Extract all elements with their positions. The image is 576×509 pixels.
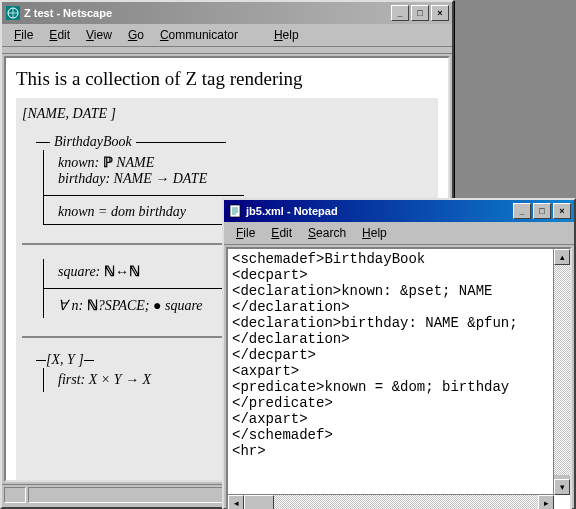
- netscape-menubar: File Edit View Go Communicator Help: [2, 24, 452, 47]
- netscape-title: Z test - Netscape: [24, 7, 391, 19]
- menu-edit[interactable]: Edit: [41, 26, 78, 44]
- maximize-button[interactable]: □: [411, 5, 429, 21]
- schema-decl: known: ℙ NAME: [58, 154, 432, 171]
- schema-name: BirthdayBook: [36, 134, 432, 150]
- minimize-button[interactable]: _: [391, 5, 409, 21]
- menu-edit[interactable]: Edit: [263, 224, 300, 242]
- notepad-text[interactable]: <schemadef>BirthdayBook <decpart> <decla…: [228, 249, 570, 495]
- notepad-titlebar[interactable]: jb5.xml - Notepad _ □ ×: [224, 200, 574, 222]
- close-button[interactable]: ×: [553, 203, 571, 219]
- close-button[interactable]: ×: [431, 5, 449, 21]
- page-heading: This is a collection of Z tag rendering: [16, 68, 438, 90]
- menu-search[interactable]: Search: [300, 224, 354, 242]
- netscape-titlebar[interactable]: Z test - Netscape _ □ ×: [2, 2, 452, 24]
- scroll-left-button[interactable]: ◂: [228, 495, 244, 509]
- menu-help[interactable]: Help: [266, 26, 307, 44]
- scrollbar-vertical[interactable]: ▴ ▾: [553, 249, 570, 495]
- minimize-button[interactable]: _: [513, 203, 531, 219]
- scroll-right-button[interactable]: ▸: [538, 495, 554, 509]
- netscape-icon: [5, 5, 21, 21]
- status-icon: [4, 487, 26, 503]
- maximize-button[interactable]: □: [533, 203, 551, 219]
- notepad-menubar: File Edit Search Help: [224, 222, 574, 245]
- menu-file[interactable]: File: [6, 26, 41, 44]
- scrollbar-horizontal[interactable]: ◂ ▸: [228, 494, 554, 509]
- menu-help[interactable]: Help: [354, 224, 395, 242]
- notepad-icon: [227, 203, 243, 219]
- scroll-thumb[interactable]: [244, 495, 274, 509]
- menu-file[interactable]: File: [228, 224, 263, 242]
- scroll-down-button[interactable]: ▾: [554, 479, 570, 495]
- notepad-window: jb5.xml - Notepad _ □ × File Edit Search…: [222, 198, 576, 509]
- schema-decl: birthday: NAME → DATE: [58, 171, 432, 187]
- z-givenset: [NAME, DATE ]: [22, 106, 432, 122]
- notepad-viewport: <schemadef>BirthdayBook <decpart> <decla…: [226, 247, 572, 509]
- menu-view[interactable]: View: [78, 26, 120, 44]
- menu-go[interactable]: Go: [120, 26, 152, 44]
- notepad-title: jb5.xml - Notepad: [246, 205, 513, 217]
- menu-communicator[interactable]: Communicator: [152, 26, 246, 44]
- scroll-up-button[interactable]: ▴: [554, 249, 570, 265]
- svg-rect-2: [230, 205, 240, 217]
